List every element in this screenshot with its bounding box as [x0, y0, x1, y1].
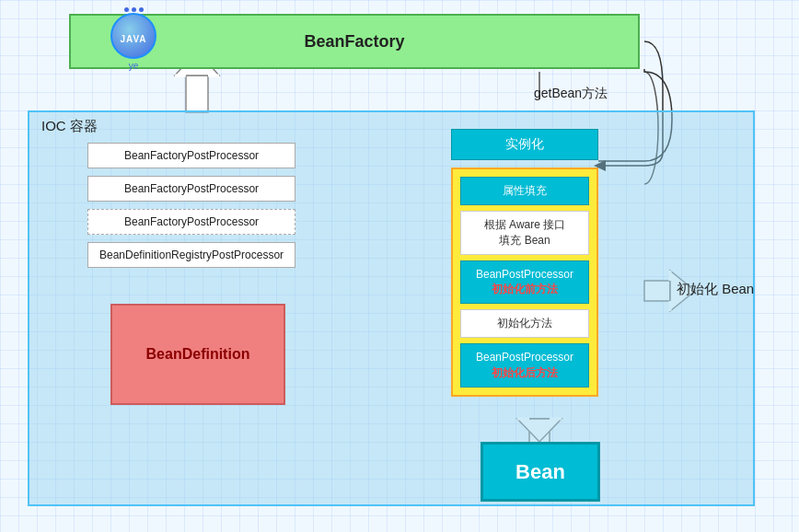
lifecycle-item-1: 属性填充	[460, 177, 589, 205]
dot1	[124, 7, 129, 12]
java-logo: JAVA ye	[101, 7, 166, 76]
diagram-container: BeanFactory JAVA ye IOC 容器 BeanFactoryPo…	[0, 0, 799, 532]
java-dots	[124, 7, 144, 12]
java-subtext: ye	[129, 61, 139, 71]
ioc-label: IOC 容器	[41, 118, 98, 135]
lifecycle-item-4: 初始化方法	[460, 309, 589, 338]
dot3	[139, 7, 144, 12]
bean-definition-label: BeanDefinition	[146, 346, 250, 363]
lifecycle-item-5: BeanPostProcessor初始化后方法	[460, 343, 589, 387]
lifecycle-item-2: 根据 Aware 接口填充 Bean	[460, 211, 589, 255]
getbean-label: getBean方法	[534, 86, 608, 102]
processor-box-1: BeanFactoryPostProcessor	[87, 143, 295, 168]
processor-box-4: BeanDefinitionRegistryPostProcessor	[87, 242, 295, 268]
dot2	[132, 7, 136, 12]
beanfactory-label: BeanFactory	[304, 32, 404, 52]
java-circle: JAVA	[110, 13, 156, 59]
lifecycle-instantiate: 实例化	[451, 129, 598, 160]
init-bean-label: 初始化 Bean	[677, 281, 754, 298]
processors-column: BeanFactoryPostProcessor BeanFactoryPost…	[87, 143, 295, 268]
lifecycle-column: 实例化 属性填充 根据 Aware 接口填充 Bean BeanPostProc…	[451, 129, 598, 397]
bean-output-box: Bean	[481, 442, 600, 502]
lifecycle-yellow-box: 属性填充 根据 Aware 接口填充 Bean BeanPostProcesso…	[451, 168, 598, 397]
lifecycle-item-3: BeanPostProcessor初始化前方法	[460, 260, 589, 305]
processor-box-2: BeanFactoryPostProcessor	[87, 176, 295, 202]
processor-box-3: BeanFactoryPostProcessor	[87, 209, 295, 235]
bean-definition-box: BeanDefinition	[110, 304, 285, 405]
bean-output-label: Bean	[515, 460, 565, 484]
svg-rect-3	[186, 75, 208, 112]
java-text: JAVA	[120, 34, 146, 44]
